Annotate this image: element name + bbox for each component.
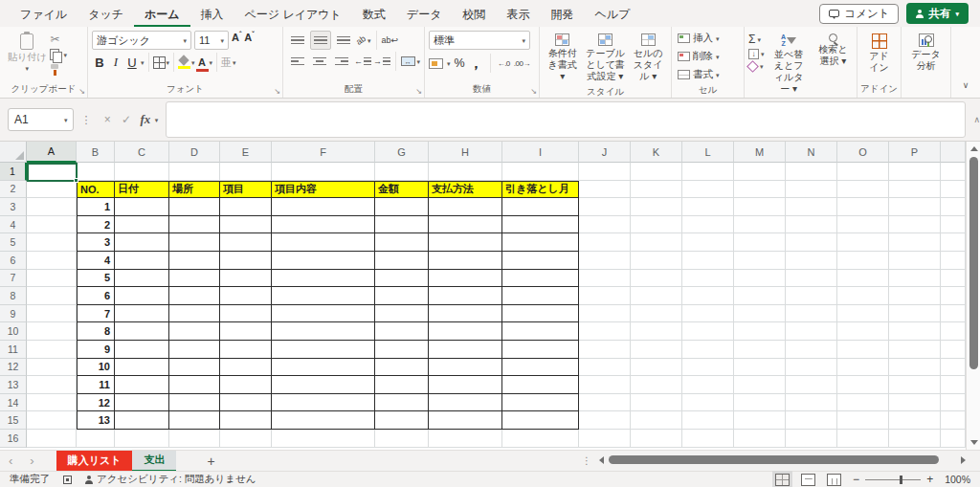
grid-cell-M9[interactable] xyxy=(734,305,786,323)
delete-cells-button[interactable]: 削除▾ xyxy=(676,48,722,65)
grid-cell-J10[interactable] xyxy=(579,322,631,341)
row-header-15[interactable]: 15 xyxy=(0,411,27,430)
grid-cell-P10[interactable] xyxy=(889,322,941,341)
grid-cell-C14[interactable] xyxy=(115,394,169,412)
grid-cell-X9[interactable] xyxy=(941,305,966,323)
row-header-9[interactable]: 9 xyxy=(0,305,27,323)
column-header-L[interactable]: L xyxy=(682,142,734,163)
grid-cell-F16[interactable] xyxy=(272,430,375,448)
increase-decimal-button[interactable]: ←.0 xyxy=(498,59,510,68)
grid-cell-H5[interactable] xyxy=(429,233,502,252)
grid-cell-J13[interactable] xyxy=(579,376,631,394)
fill-handle[interactable] xyxy=(74,178,78,183)
grid-cell-H13[interactable] xyxy=(429,376,502,394)
grid-cell-F1[interactable] xyxy=(272,163,375,181)
grid-cell-F6[interactable] xyxy=(272,252,375,270)
bottom-align-button[interactable] xyxy=(333,31,354,50)
sheet-tab-支出[interactable]: 支出 xyxy=(132,451,176,472)
grid-cell-E10[interactable] xyxy=(220,322,272,341)
grid-cell-N8[interactable] xyxy=(786,287,837,305)
grid-cell-B15[interactable]: 13 xyxy=(77,411,115,430)
grid-cell-K11[interactable] xyxy=(631,341,682,359)
grid-cell-L4[interactable] xyxy=(682,216,734,234)
active-cell-selection[interactable] xyxy=(27,163,78,182)
grid-cell-I12[interactable] xyxy=(502,359,579,377)
grid-cell-H12[interactable] xyxy=(429,359,502,377)
grid-cell-A2[interactable] xyxy=(27,181,77,199)
menu-tab-校閲[interactable]: 校閲 xyxy=(452,0,496,27)
grid-cell-D1[interactable] xyxy=(169,163,220,181)
grid-cell-O4[interactable] xyxy=(837,216,889,234)
grid-cell-E9[interactable] xyxy=(220,305,272,323)
grid-cell-E3[interactable] xyxy=(220,198,272,216)
grid-cell-L14[interactable] xyxy=(682,394,734,412)
column-header-G[interactable]: G xyxy=(375,142,429,163)
grid-cell-G2[interactable]: 金額 xyxy=(375,181,429,199)
column-header-P[interactable]: P xyxy=(889,142,941,163)
grid-cell-B14[interactable]: 12 xyxy=(77,394,115,412)
grid-cell-L15[interactable] xyxy=(682,411,734,430)
scroll-right-arrow-icon[interactable] xyxy=(961,456,966,464)
grid-cell-H14[interactable] xyxy=(429,394,502,412)
grid-cell-B4[interactable]: 2 xyxy=(77,216,115,234)
splitter-handle-icon[interactable]: ⋮ xyxy=(582,455,591,466)
grid-cell-E14[interactable] xyxy=(220,394,272,412)
menu-tab-ファイル[interactable]: ファイル xyxy=(10,0,78,27)
grid-cell-E4[interactable] xyxy=(220,216,272,234)
grid-cell-F12[interactable] xyxy=(272,359,375,377)
grid-cell-J7[interactable] xyxy=(579,270,631,288)
grid-cell-H15[interactable] xyxy=(429,411,502,430)
zoom-slider[interactable] xyxy=(865,479,921,480)
scroll-up-arrow-icon[interactable] xyxy=(970,146,978,151)
bold-button[interactable]: B xyxy=(92,55,107,70)
dialog-launcher-icon[interactable]: ↘ xyxy=(78,87,85,96)
grid-cell-M16[interactable] xyxy=(734,430,786,448)
horizontal-scrollbar[interactable]: ⋮ xyxy=(582,451,966,470)
row-header-12[interactable]: 12 xyxy=(0,359,27,377)
grid-cell-L1[interactable] xyxy=(682,163,734,181)
grid-cell-X16[interactable] xyxy=(941,430,966,448)
grid-cell-A8[interactable] xyxy=(27,287,77,305)
grid-cell-N1[interactable] xyxy=(786,163,837,181)
italic-button[interactable]: I xyxy=(108,55,123,70)
grid-cell-H6[interactable] xyxy=(429,252,502,270)
grid-cell-X3[interactable] xyxy=(941,198,966,216)
row-header-5[interactable]: 5 xyxy=(0,233,27,252)
grid-cell-H9[interactable] xyxy=(429,305,502,323)
grid-cell-P13[interactable] xyxy=(889,376,941,394)
grid-cell-E12[interactable] xyxy=(220,359,272,377)
grid-cell-I16[interactable] xyxy=(502,430,579,448)
grid-cell-P8[interactable] xyxy=(889,287,941,305)
column-header-N[interactable]: N xyxy=(786,142,837,163)
merge-center-button[interactable]: ↔ xyxy=(401,56,415,66)
grid-cell-D11[interactable] xyxy=(169,341,220,359)
autosum-button[interactable]: Σ▾ xyxy=(748,33,765,46)
grid-cell-K5[interactable] xyxy=(631,233,682,252)
grid-cell-D2[interactable]: 場所 xyxy=(169,181,220,199)
paste-button[interactable]: 貼り付け ▾ xyxy=(4,31,50,75)
grid-cell-K9[interactable] xyxy=(631,305,682,323)
middle-align-button[interactable] xyxy=(310,31,331,50)
formula-input[interactable] xyxy=(166,101,966,138)
grid-cell-D6[interactable] xyxy=(169,252,220,270)
grid-cell-K2[interactable] xyxy=(631,181,682,199)
grid-cell-J14[interactable] xyxy=(579,394,631,412)
grid-cell-G11[interactable] xyxy=(375,341,429,359)
grid-cell-N10[interactable] xyxy=(786,322,837,341)
align-right-button[interactable] xyxy=(332,52,352,71)
insert-function-button[interactable]: fx xyxy=(136,112,155,127)
row-header-13[interactable]: 13 xyxy=(0,376,27,394)
insert-cells-button[interactable]: 挿入▾ xyxy=(676,30,722,47)
grid-cell-C5[interactable] xyxy=(115,233,169,252)
grid-cell-B13[interactable]: 11 xyxy=(77,376,115,394)
grid-cell-P3[interactable] xyxy=(889,198,941,216)
grid-cell-E6[interactable] xyxy=(220,252,272,270)
grid-cell-X12[interactable] xyxy=(941,359,966,377)
grid-cell-O3[interactable] xyxy=(837,198,889,216)
grid-cell-B8[interactable]: 6 xyxy=(77,287,115,305)
grid-cell-L13[interactable] xyxy=(682,376,734,394)
grid-cell-I3[interactable] xyxy=(502,198,579,216)
grid-cell-M13[interactable] xyxy=(734,376,786,394)
clear-button[interactable]: ▾ xyxy=(748,62,765,71)
grid-cell-O9[interactable] xyxy=(837,305,889,323)
